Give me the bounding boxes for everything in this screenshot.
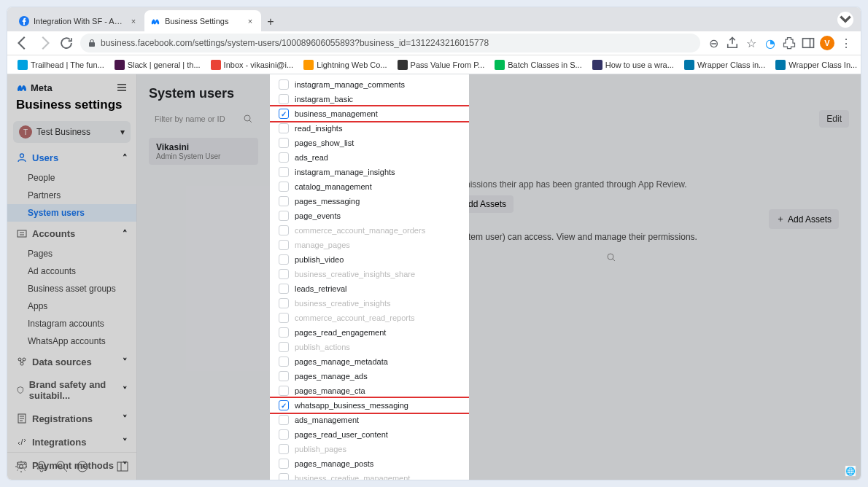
permission-item[interactable]: pages_manage_cta [270,383,469,398]
browser-tab-active[interactable]: Business Settings × [144,10,261,31]
permission-item[interactable]: publish_actions [270,340,469,354]
extensions-icon[interactable] [782,36,797,50]
checkbox[interactable] [279,357,289,367]
bookmark-item[interactable]: Wrapper Class in... [681,58,768,71]
permission-label: instagram_basic [295,95,353,104]
permission-label: commerce_account_read_reports [295,313,414,322]
zoom-icon[interactable]: ⊖ [706,36,721,50]
permission-item[interactable]: catalog_management [270,179,469,194]
checkbox[interactable] [279,313,289,323]
permission-label: pages_show_list [295,139,354,147]
checkbox[interactable] [279,196,289,206]
permission-item[interactable]: business_creative_insights_share [270,267,469,281]
close-icon[interactable]: × [245,16,255,26]
panel-icon[interactable] [801,36,815,50]
checkbox[interactable] [279,371,289,381]
profile-avatar[interactable]: V [820,36,834,50]
permission-item[interactable]: pages_manage_metadata [270,354,469,369]
checkbox[interactable] [279,240,289,250]
new-tab-button[interactable]: + [261,12,280,31]
permission-item[interactable]: whatsapp_business_messaging [270,398,469,413]
checkbox[interactable] [279,444,289,454]
checkbox[interactable] [279,254,289,265]
checkbox[interactable] [279,152,289,163]
back-button[interactable] [15,35,31,51]
permission-item[interactable]: ads_read [270,150,469,165]
permission-item[interactable]: pages_read_user_content [270,427,469,442]
checkbox[interactable] [279,473,289,480]
bookmark-item[interactable]: Trailhead | The fun... [15,58,107,71]
permission-item[interactable]: instagram_manage_insights [270,165,469,179]
permission-item[interactable]: business_management [270,106,469,121]
permission-item[interactable]: commerce_account_read_reports [270,311,469,325]
permission-label: publish_actions [295,343,350,351]
svg-rect-4 [18,60,28,70]
bookmark-item[interactable]: Wrapper Class In... [772,58,860,71]
permission-item[interactable]: instagram_manage_comments [270,77,469,92]
checkbox[interactable] [279,459,289,469]
reload-button[interactable] [58,35,74,51]
checkbox[interactable] [279,400,289,410]
checkbox[interactable] [279,415,289,425]
bookmark-label: Batch Classes in S... [508,61,582,69]
globe-icon[interactable]: 🌐 [845,465,856,477]
permission-item[interactable]: pages_manage_posts [270,456,469,471]
checkbox[interactable] [279,211,289,221]
tabs-dropdown-icon[interactable] [837,12,853,28]
url-input[interactable]: business.facebook.com/settings/system-us… [80,34,700,52]
menu-icon[interactable]: ⋮ [839,36,853,50]
favorite-icon[interactable]: ☆ [744,36,759,50]
permission-item[interactable]: publish_video [270,252,469,267]
bookmark-item[interactable]: Batch Classes in S... [492,58,585,71]
permission-item[interactable]: pages_read_engagement [270,325,469,340]
permission-item[interactable]: ads_management [270,413,469,427]
bookmark-label: Inbox - vikasini@i... [224,61,294,69]
bookmark-item[interactable]: Pass Value From P... [395,58,488,71]
refresh-ext-icon[interactable]: ◔ [763,36,778,50]
checkbox[interactable] [279,109,289,119]
permission-item[interactable]: read_insights [270,121,469,136]
bookmark-item[interactable]: Inbox - vikasini@i... [208,58,297,71]
permission-item[interactable]: instagram_basic [270,92,469,106]
checkbox[interactable] [279,79,289,90]
permission-item[interactable]: commerce_account_manage_orders [270,223,469,238]
checkbox[interactable] [279,225,289,235]
checkbox[interactable] [279,342,289,352]
permission-item[interactable]: pages_messaging [270,194,469,209]
checkbox[interactable] [279,429,289,440]
permission-label: instagram_manage_insights [295,168,395,176]
permission-item[interactable]: business_creative_insights [270,296,469,311]
svg-rect-7 [303,60,314,70]
permission-item[interactable]: page_events [270,209,469,223]
permission-item[interactable]: pages_manage_ads [270,369,469,383]
checkbox[interactable] [279,327,289,338]
browser-tab[interactable]: Integration With SF - App Role × [13,10,144,31]
svg-rect-8 [398,60,408,70]
checkbox[interactable] [279,269,289,279]
bookmark-item[interactable]: Slack | general | th... [112,58,204,71]
checkbox[interactable] [279,386,289,396]
share-icon[interactable] [725,36,740,50]
permission-item[interactable]: pages_show_list [270,136,469,150]
bookmark-item[interactable]: Lightning Web Co... [301,58,390,71]
permission-label: pages_manage_posts [295,459,373,468]
bookmark-favicon [115,60,125,70]
close-icon[interactable]: × [128,16,139,26]
forward-button[interactable] [36,35,53,51]
checkbox[interactable] [279,123,289,133]
checkbox[interactable] [279,182,289,192]
checkbox[interactable] [279,298,289,308]
permission-label: leads_retrieval [295,284,347,293]
checkbox[interactable] [279,167,289,177]
permission-item[interactable]: publish_pages [270,442,469,456]
bookmark-label: Pass Value From P... [411,61,485,69]
bookmark-favicon [18,60,28,70]
permission-item[interactable]: manage_pages [270,238,469,252]
permission-item[interactable]: business_creative_management [270,471,469,480]
checkbox[interactable] [279,138,289,148]
permission-item[interactable]: leads_retrieval [270,281,469,296]
permission-label: business_creative_insights [295,299,390,308]
bookmark-item[interactable]: How to use a wra... [589,58,677,71]
checkbox[interactable] [279,94,289,104]
checkbox[interactable] [279,284,289,294]
